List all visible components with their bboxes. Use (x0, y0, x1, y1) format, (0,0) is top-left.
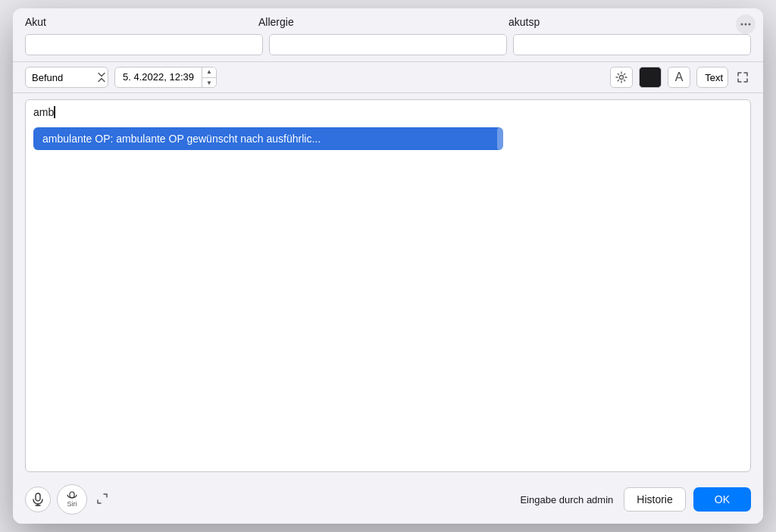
more-options-button[interactable] (736, 14, 756, 34)
ok-button[interactable]: OK (693, 487, 751, 512)
col-allergie-label: Allergie (258, 16, 508, 28)
text-dropdown[interactable]: Text (696, 67, 728, 88)
stepper-down-button[interactable]: ▼ (202, 78, 216, 89)
historie-button[interactable]: Historie (624, 487, 685, 512)
font-a-icon: A (675, 70, 684, 84)
toolbar: Befund Diagnose Therapie 5. 4.2022, 12:3… (13, 61, 763, 93)
text-dropdown-label: Text (705, 72, 723, 83)
text-editor[interactable]: amb ambulante OP: ambulante OP gewünscht… (25, 99, 751, 472)
gear-button[interactable] (610, 67, 633, 88)
expand-bottom-left-button[interactable] (96, 493, 108, 507)
color-swatch-button[interactable] (639, 67, 662, 88)
befund-dropdown[interactable]: Befund Diagnose Therapie (25, 67, 108, 88)
top-input-row (13, 33, 763, 61)
autocomplete-item[interactable]: ambulante OP: ambulante OP gewünscht nac… (33, 127, 503, 150)
collapse-button[interactable] (734, 69, 751, 86)
col-akut-label: Akut (25, 16, 258, 28)
siri-button[interactable]: Siri (57, 484, 87, 515)
siri-label: Siri (67, 500, 77, 508)
akutsp-input[interactable] (513, 34, 751, 55)
autocomplete-scrollbar[interactable] (497, 127, 503, 150)
svg-point-3 (620, 76, 624, 80)
date-stepper: 5. 4.2022, 12:39 ▲ ▼ (114, 67, 217, 88)
svg-point-2 (749, 23, 751, 26)
col-akutsp-label: akutsp (508, 16, 751, 28)
svg-rect-7 (70, 492, 74, 498)
eingabe-label: Eingabe durch admin (520, 494, 613, 505)
header-row: Akut Allergie akutsp (13, 8, 763, 33)
svg-rect-4 (36, 493, 40, 501)
allergie-input[interactable] (269, 34, 507, 55)
footer: Siri Eingabe durch admin Historie OK (13, 478, 763, 524)
stepper-up-button[interactable]: ▲ (202, 67, 216, 78)
text-cursor (54, 106, 55, 118)
akut-input[interactable] (25, 34, 263, 55)
editor-input-line: amb (33, 106, 743, 118)
befund-dropdown-wrapper[interactable]: Befund Diagnose Therapie (25, 67, 108, 88)
svg-point-0 (741, 23, 743, 26)
font-button[interactable]: A (668, 67, 690, 88)
typed-text: amb (33, 106, 54, 118)
autocomplete-dropdown: ambulante OP: ambulante OP gewünscht nac… (33, 127, 503, 150)
svg-point-1 (745, 23, 747, 26)
microphone-button[interactable] (25, 487, 51, 512)
date-value: 5. 4.2022, 12:39 (115, 67, 202, 88)
footer-right: Eingabe durch admin Historie OK (520, 487, 751, 512)
stepper-arrows: ▲ ▼ (202, 67, 216, 88)
main-dialog: Akut Allergie akutsp Befund Diagnose The… (13, 8, 763, 524)
footer-left: Siri (25, 484, 512, 515)
main-area: amb ambulante OP: ambulante OP gewünscht… (13, 93, 763, 478)
